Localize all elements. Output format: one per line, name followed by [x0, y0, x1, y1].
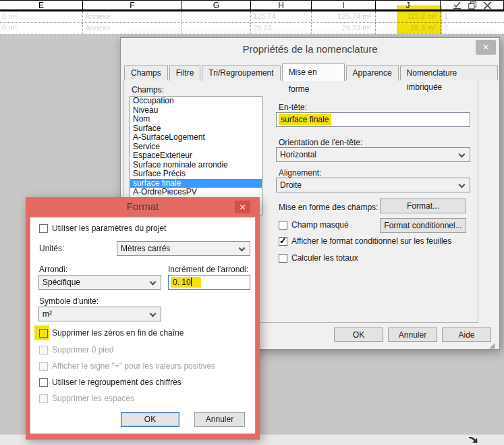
symbole-label: Symbole d'unité: — [39, 296, 99, 306]
calculer-totaux-checkbox[interactable]: Calculer les totaux — [279, 253, 358, 263]
unites-select[interactable]: Mètres carrés — [117, 241, 250, 256]
tab-apparence[interactable]: Apparence — [346, 66, 399, 80]
tab-champs[interactable]: Champs — [124, 66, 168, 80]
aide-button[interactable]: Aide — [442, 328, 491, 342]
schedule-cell: 0 m² — [0, 23, 83, 34]
ok-button[interactable]: OK — [334, 328, 383, 342]
schedule-cell: Annexe — [83, 23, 182, 34]
chevron-down-icon — [150, 311, 157, 317]
field-item[interactable]: EspaceExterieur — [130, 151, 262, 161]
schedule-column-header[interactable]: E — [0, 1, 83, 9]
field-item[interactable]: Nom — [130, 115, 262, 124]
format-dialog-title: Format — [26, 197, 260, 217]
symbole-select[interactable]: m² — [38, 307, 161, 321]
increment-label: Incrément de l'arrondi: — [168, 265, 248, 274]
tab-mise-en-forme[interactable]: Mise en forme — [282, 63, 345, 81]
chevron-down-icon — [459, 151, 466, 158]
field-item[interactable]: Niveau — [130, 106, 262, 115]
arrondi-label: Arrondi: — [39, 265, 67, 274]
chevron-down-icon — [239, 245, 246, 252]
field-item[interactable]: A-SurfaceLogement — [130, 133, 262, 142]
format-conditionnel-button[interactable]: Format conditionnel... — [380, 218, 466, 233]
mise-en-forme-champs-label: Mise en forme des champs: — [279, 203, 378, 212]
field-item[interactable]: Occupation — [130, 97, 262, 106]
schedule-cell: 113.2 m² — [376, 11, 441, 22]
resize-grip[interactable]: ◢ — [489, 341, 495, 350]
schedule-column-header[interactable]: G — [182, 1, 251, 9]
chevron-down-icon — [150, 279, 157, 286]
annuler-button[interactable]: Annuler — [388, 328, 437, 342]
schedule-column-header[interactable]: I — [312, 1, 376, 9]
row-number: 1 — [441, 11, 504, 22]
schedule-column-header[interactable]: J — [376, 1, 441, 9]
schedule-cell: 125.74 m² — [312, 11, 376, 22]
utiliser-parametres-checkbox[interactable]: Utiliser les paramètres du projet — [39, 224, 166, 233]
schedule-cell — [182, 23, 251, 34]
copy-icon[interactable] — [468, 1, 477, 9]
arrondi-select[interactable]: Spécifique — [38, 275, 161, 290]
revit-screen: E F G H I J 0 m² — [0, 0, 504, 445]
entete-label: En-tête: — [279, 103, 307, 112]
field-item[interactable]: A-OrdrePiecesPV — [130, 188, 262, 197]
cursor-arrow-icon — [468, 435, 479, 444]
supprimer-0-pied-checkbox: Supprimer 0 pied — [39, 345, 113, 355]
format-dialog-body: Utiliser les paramètres du projet Unités… — [30, 217, 256, 434]
schedule-column-header[interactable]: F — [83, 1, 182, 9]
schedule-preview-table: E F G H I J 0 m² — [0, 0, 504, 34]
dialog-title: Propriétés de la nomenclature — [121, 43, 499, 55]
champ-masque-checkbox[interactable]: Champ masqué — [279, 220, 349, 230]
field-item[interactable]: Surface Précis — [130, 169, 262, 179]
schedule-cell: 29.23 — [251, 23, 312, 34]
unites-label: Unités: — [39, 244, 64, 253]
schedule-row: 0 m² Annexe 29.23 29.23 m² 26.3 m² 2 — [0, 23, 504, 34]
tab-filtre[interactable]: Filtre — [169, 66, 201, 80]
schedule-cell: 26.3 m² — [376, 23, 441, 34]
row-number: 2 — [441, 23, 504, 34]
field-item[interactable]: Surface nominale arrondie — [130, 161, 262, 170]
schedule-header-row: E F G H I J — [0, 1, 504, 11]
schedule-header-toolbar — [441, 1, 504, 9]
schedule-cell: Annexe — [83, 11, 182, 22]
orientation-label: Orientation de l'en-tête: — [279, 138, 362, 147]
close-icon[interactable]: ✕ — [235, 201, 250, 213]
schedule-row: 0 m² Annexe 125.74 125.74 m² 113.2 m² 1 — [0, 11, 504, 23]
field-item[interactable]: Service — [130, 142, 262, 152]
entete-input[interactable]: surface finale — [276, 112, 470, 127]
schedule-cell: 125.74 — [251, 11, 312, 22]
dialog-tabs: Champs Filtre Tri/Regroupement Mise en f… — [124, 65, 499, 80]
close-icon[interactable]: ✕ — [476, 40, 496, 55]
orientation-select[interactable]: Horizontal — [276, 147, 470, 162]
format-button[interactable]: Format... — [380, 199, 466, 213]
schedule-cell: 29.23 m² — [312, 23, 376, 34]
tab-nomenclature-imbriquee[interactable]: Nomenclature imbriquée — [400, 66, 498, 80]
apply-icon[interactable] — [453, 1, 462, 9]
schedule-cell: 0 m² — [0, 11, 83, 22]
format-dialog: Format ✕ Utiliser les paramètres du proj… — [26, 197, 260, 440]
regroupement-chiffres-checkbox[interactable]: Utiliser le regroupement des chiffres — [39, 377, 181, 387]
increment-input[interactable]: 0. 10 — [168, 275, 250, 290]
schedule-cell — [182, 11, 251, 22]
alignement-select[interactable]: Droite — [276, 178, 470, 192]
afficher-signe-checkbox: Afficher le signe "+" pour les valeurs p… — [39, 361, 215, 371]
afficher-format-conditionnel-checkbox[interactable]: Afficher le format conditionnel sur les … — [279, 236, 451, 246]
format-ok-button[interactable]: OK — [121, 412, 179, 427]
text-caret — [191, 278, 192, 286]
supprimer-zeros-checkbox[interactable]: Supprimer les zéros en fin de chaîne — [39, 328, 184, 338]
supprimer-espaces-checkbox: Supprimer les espaces — [39, 394, 134, 403]
champs-label: Champs: — [132, 85, 164, 95]
delete-icon[interactable] — [483, 1, 492, 9]
field-item[interactable]: surface finale — [130, 179, 262, 188]
chevron-down-icon — [459, 182, 466, 188]
schedule-column-header[interactable]: H — [251, 1, 312, 9]
format-annuler-button[interactable]: Annuler — [194, 412, 245, 427]
field-item[interactable]: Surface — [130, 124, 262, 134]
tab-tri-regroupement[interactable]: Tri/Regroupement — [202, 66, 280, 80]
alignement-label: Alignement: — [279, 168, 321, 178]
